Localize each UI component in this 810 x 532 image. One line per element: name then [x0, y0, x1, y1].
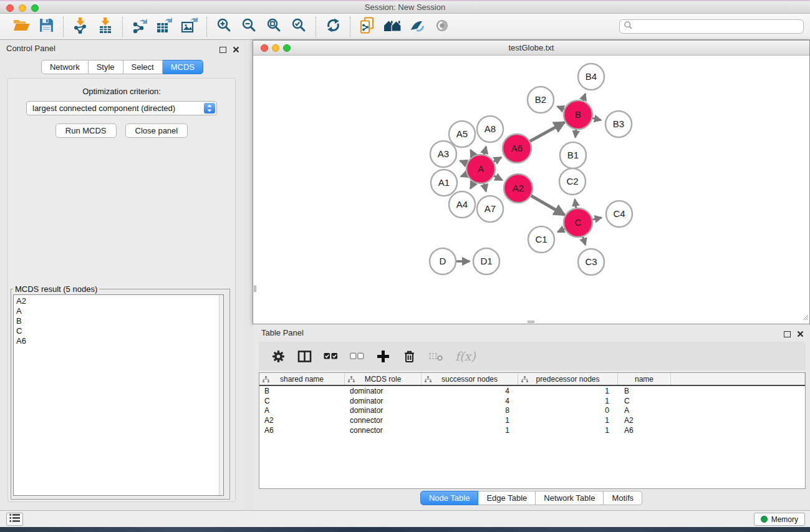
graph-edge-A-A1[interactable] — [461, 174, 467, 177]
tab-mcds[interactable]: MCDS — [163, 60, 203, 74]
column-header-mcds-role[interactable]: MCDS role — [345, 373, 422, 385]
tab-edge-table[interactable]: Edge Table — [478, 491, 536, 505]
cell-shared-name[interactable]: B — [259, 387, 345, 395]
result-item[interactable]: A — [14, 306, 223, 316]
cell-name[interactable]: A6 — [618, 426, 671, 435]
run-mcds-button[interactable]: Run MCDS — [55, 123, 117, 138]
graph-edge-C-C3[interactable] — [582, 236, 586, 245]
zoom-out-button[interactable] — [236, 16, 261, 38]
cell-predecessor-nodes[interactable]: 1 — [518, 397, 618, 405]
graph-node-A5[interactable]: A5 — [449, 121, 475, 147]
result-item[interactable]: B — [14, 316, 223, 326]
graphics-details-button[interactable] — [405, 16, 430, 38]
cell-mcds-role[interactable]: connector — [345, 416, 422, 425]
close-panel-icon[interactable] — [233, 44, 239, 56]
add-column-button[interactable] — [376, 349, 390, 364]
network-canvas[interactable]: AA1A2A3A4A5A6A7A8BB1B2B3B4CC1C2C3C4DD1 — [253, 56, 809, 324]
show-hide-button[interactable] — [430, 16, 455, 38]
column-header-name[interactable]: name — [618, 373, 671, 385]
save-session-button[interactable] — [34, 16, 59, 38]
cell-successor-nodes[interactable]: 1 — [422, 426, 518, 435]
float-panel-icon[interactable] — [219, 47, 226, 53]
graph-node-C[interactable]: C — [564, 208, 592, 237]
table-row[interactable]: A6 connector 1 1 A6 — [259, 425, 805, 435]
graph-node-B2[interactable]: B2 — [528, 87, 554, 113]
delete-column-button[interactable] — [402, 349, 417, 364]
delete-table-button[interactable] — [428, 351, 443, 362]
deselect-all-button[interactable] — [350, 350, 364, 362]
criterion-select[interactable]: largest connected component (directed) — [26, 101, 217, 115]
float-table-panel-icon[interactable] — [784, 331, 791, 337]
graph-node-D[interactable]: D — [430, 248, 456, 274]
cell-predecessor-nodes[interactable]: 1 — [518, 426, 618, 435]
graph-edge-C-C1[interactable] — [557, 229, 565, 232]
cell-mcds-role[interactable]: dominator — [345, 387, 422, 395]
column-header-predecessor-nodes[interactable]: predecessor nodes — [518, 373, 618, 385]
cell-name[interactable]: A — [618, 406, 671, 415]
cell-shared-name[interactable]: C — [259, 397, 345, 405]
refresh-layout-button[interactable] — [321, 16, 345, 38]
close-panel-button[interactable]: Close panel — [125, 123, 188, 138]
graph-node-C3[interactable]: C3 — [578, 249, 604, 275]
table-row[interactable]: B dominator 4 1 B — [259, 386, 805, 396]
tab-motifs[interactable]: Motifs — [604, 491, 642, 505]
graph-edge-C-C2[interactable] — [575, 200, 576, 209]
graph-node-A8[interactable]: A8 — [477, 116, 503, 142]
graph-edge-A2-C[interactable] — [531, 195, 564, 215]
tab-style[interactable]: Style — [89, 60, 123, 74]
show-columns-button[interactable] — [297, 350, 312, 363]
graph-edge-C-C4[interactable] — [592, 218, 602, 220]
search-input[interactable] — [633, 22, 803, 31]
cell-mcds-role[interactable]: connector — [345, 426, 422, 435]
zoom-selected-button[interactable] — [286, 16, 311, 38]
cell-successor-nodes[interactable]: 4 — [422, 397, 518, 405]
graph-edge-B-B3[interactable] — [592, 118, 600, 120]
graph-edge-B-B2[interactable] — [557, 107, 565, 110]
graph-node-B3[interactable]: B3 — [605, 111, 632, 137]
tab-node-table[interactable]: Node Table — [420, 491, 479, 505]
table-row[interactable]: C dominator 4 1 C — [259, 396, 805, 406]
graph-node-A[interactable]: A — [466, 155, 495, 183]
graph-edge-A-A8[interactable] — [484, 147, 486, 155]
cell-name[interactable]: C — [618, 397, 671, 405]
graph-svg[interactable]: AA1A2A3A4A5A6A7A8BB1B2B3B4CC1C2C3C4DD1 — [253, 56, 809, 324]
table-settings-button[interactable] — [271, 349, 286, 364]
graph-edge-A-A3[interactable] — [460, 161, 468, 164]
graph-node-A4[interactable]: A4 — [449, 191, 475, 218]
cell-successor-nodes[interactable]: 8 — [422, 406, 518, 415]
close-table-panel-icon[interactable] — [797, 329, 804, 340]
network-hscroll-thumb[interactable] — [528, 321, 534, 323]
graph-node-B1[interactable]: B1 — [560, 142, 586, 168]
open-session-button[interactable] — [9, 16, 34, 38]
resize-grip-icon[interactable] — [801, 312, 809, 323]
graph-edge-A-A4[interactable] — [471, 181, 475, 188]
graph-edge-A-A7[interactable] — [484, 183, 486, 191]
graph-node-A7[interactable]: A7 — [477, 196, 503, 222]
session-home-button[interactable] — [380, 16, 405, 38]
mcds-result-list[interactable]: A2 A B C A6 — [13, 294, 224, 496]
graph-edge-A-A2[interactable] — [493, 176, 502, 180]
zoom-fit-button[interactable] — [261, 16, 286, 38]
cell-predecessor-nodes[interactable]: 0 — [518, 406, 618, 415]
search-field[interactable] — [619, 19, 804, 34]
table-row[interactable]: A2 connector 1 1 A2 — [259, 415, 805, 425]
cell-successor-nodes[interactable]: 1 — [422, 416, 518, 425]
graph-node-B[interactable]: B — [564, 100, 592, 129]
column-header-shared-name[interactable]: shared name — [259, 373, 345, 385]
duplicate-network-button[interactable] — [355, 16, 380, 38]
table-row[interactable]: A dominator 8 0 A — [259, 406, 805, 416]
graph-node-B4[interactable]: B4 — [578, 64, 604, 90]
import-table-button[interactable] — [93, 16, 118, 38]
cell-mcds-role[interactable]: dominator — [345, 397, 422, 405]
cell-name[interactable]: A2 — [618, 416, 671, 425]
graph-node-A2[interactable]: A2 — [504, 174, 533, 203]
function-builder-button[interactable]: f(x) — [455, 349, 476, 363]
export-network-button[interactable] — [127, 16, 152, 38]
graph-node-C1[interactable]: C1 — [528, 226, 554, 253]
zoom-in-button[interactable] — [211, 16, 236, 38]
column-header-successor-nodes[interactable]: successor nodes — [422, 373, 518, 385]
cell-shared-name[interactable]: A — [259, 406, 345, 415]
tab-network-table[interactable]: Network Table — [536, 491, 604, 505]
graph-node-C4[interactable]: C4 — [606, 201, 632, 227]
graph-edge-A-A5[interactable] — [471, 150, 474, 157]
